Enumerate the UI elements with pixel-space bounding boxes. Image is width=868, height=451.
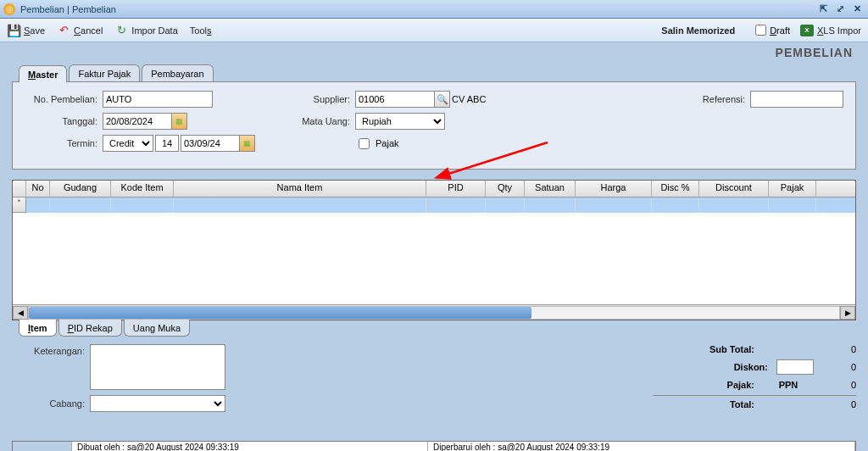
label-pajak-total: Pajak: bbox=[687, 380, 763, 390]
pajak-checkbox[interactable] bbox=[359, 138, 370, 149]
label-termin: Termin: bbox=[25, 138, 103, 148]
cabang-select[interactable] bbox=[90, 395, 225, 412]
top-tabstrip: Master Faktur Pajak Pembayaran bbox=[19, 64, 856, 81]
col-harga[interactable]: Harga bbox=[576, 181, 652, 197]
grid-hscrollbar[interactable]: ◀ ▶ bbox=[13, 304, 855, 320]
label-tanggal: Tanggal: bbox=[25, 116, 103, 126]
status-bar: Dibuat oleh : sa@20 August 2024 09:33:19… bbox=[12, 441, 856, 451]
label-referensi: Referensi: bbox=[691, 94, 750, 104]
label-total: Total: bbox=[687, 399, 763, 409]
col-pajak[interactable]: Pajak bbox=[769, 181, 816, 197]
page-title: PEMBELIAN bbox=[0, 42, 868, 64]
value-diskon: 0 bbox=[814, 362, 856, 372]
master-panel: No. Pembelian: Supplier: 🔍 CV ABC Refere… bbox=[12, 81, 856, 170]
scroll-right-button[interactable]: ▶ bbox=[840, 306, 855, 320]
label-diskon: Diskon: bbox=[700, 362, 776, 372]
xls-icon: X bbox=[800, 25, 814, 36]
col-disc-pct[interactable]: Disc % bbox=[652, 181, 699, 197]
close-icon[interactable]: ✕ bbox=[849, 3, 865, 16]
xls-import-button[interactable]: X XLS Impor bbox=[800, 25, 861, 36]
tab-pembayaran[interactable]: Pembayaran bbox=[142, 64, 213, 81]
import-data-button[interactable]: ↻ Impor Data bbox=[114, 24, 177, 37]
scroll-left-button[interactable]: ◀ bbox=[13, 306, 28, 320]
draft-label: Draft bbox=[770, 25, 790, 36]
tanggal-picker-button[interactable]: ▦ bbox=[172, 113, 187, 130]
save-button[interactable]: 💾 Save bbox=[7, 24, 45, 37]
totals-panel: Sub Total: 0 Diskon: 0 Pajak: PPN 0 Tota… bbox=[636, 344, 856, 417]
window-titlebar: ◎ Pembelian | Pembelian ⇱ ⤢ ✕ bbox=[0, 0, 868, 19]
toolbar: 💾 Save ↶ Cancel ↻ Impor Data Tools Salin… bbox=[0, 19, 868, 42]
col-nama-item[interactable]: Nama Item bbox=[174, 181, 426, 197]
label-subtotal: Sub Total: bbox=[687, 344, 763, 354]
items-grid[interactable]: No Gudang Kode Item Nama Item PID Qty Sa… bbox=[12, 180, 856, 320]
label-keterangan: Keterangan: bbox=[12, 344, 90, 356]
save-icon: 💾 bbox=[7, 24, 20, 37]
detach-icon[interactable]: ⇱ bbox=[815, 3, 831, 16]
diskon-pct-input[interactable] bbox=[776, 359, 814, 375]
tanggal-input[interactable] bbox=[103, 113, 172, 130]
draft-checkbox[interactable] bbox=[755, 25, 766, 36]
calendar-icon: ▦ bbox=[175, 117, 183, 125]
label-pajak-check: Pajak bbox=[376, 138, 399, 148]
scroll-thumb[interactable] bbox=[29, 307, 531, 319]
termin-due-picker-button[interactable]: ▦ bbox=[240, 135, 255, 152]
refresh-icon: ↻ bbox=[114, 24, 128, 37]
label-cabang: Cabang: bbox=[12, 398, 90, 409]
col-no[interactable]: No bbox=[26, 181, 50, 197]
tab-pid-rekap[interactable]: PID Rekap bbox=[58, 320, 122, 337]
window-title: Pembelian | Pembelian bbox=[20, 4, 814, 14]
supplier-lookup-button[interactable]: 🔍 bbox=[435, 91, 450, 108]
tab-master[interactable]: Master bbox=[19, 65, 67, 82]
value-subtotal: 0 bbox=[814, 344, 856, 354]
supplier-code-input[interactable] bbox=[355, 91, 435, 108]
keterangan-textarea[interactable] bbox=[90, 344, 225, 390]
salin-memorized-button[interactable]: Salin Memorized bbox=[661, 25, 735, 36]
grid-new-row[interactable]: * bbox=[13, 198, 855, 213]
bottom-tabstrip: Item PID Rekap Uang Muka bbox=[19, 320, 856, 337]
termin-due-input[interactable] bbox=[181, 135, 240, 152]
search-icon: 🔍 bbox=[437, 94, 448, 105]
no-pembelian-input[interactable] bbox=[103, 91, 213, 108]
label-supplier: Supplier: bbox=[287, 94, 355, 104]
tab-item[interactable]: Item bbox=[19, 320, 57, 337]
cancel-button[interactable]: ↶ Cancel bbox=[57, 24, 103, 37]
tools-menu[interactable]: Tools bbox=[190, 25, 212, 36]
value-pajak: 0 bbox=[814, 380, 856, 390]
status-updated: Diperbarui oleh : sa@20 August 2024 09:3… bbox=[428, 442, 855, 451]
col-pid[interactable]: PID bbox=[426, 181, 486, 197]
calendar-icon: ▦ bbox=[243, 139, 251, 148]
col-qty[interactable]: Qty bbox=[486, 181, 525, 197]
mata-uang-select[interactable]: Rupiah bbox=[355, 113, 445, 130]
maximize-icon[interactable]: ⤢ bbox=[832, 3, 848, 16]
tab-faktur-pajak[interactable]: Faktur Pajak bbox=[69, 64, 140, 81]
value-total: 0 bbox=[814, 399, 856, 409]
label-no-pembelian: No. Pembelian: bbox=[25, 94, 103, 104]
cancel-icon: ↶ bbox=[57, 24, 70, 37]
col-kode-item[interactable]: Kode Item bbox=[111, 181, 174, 197]
label-mata-uang: Mata Uang: bbox=[287, 116, 355, 126]
supplier-name: CV ABC bbox=[452, 94, 486, 104]
referensi-input[interactable] bbox=[750, 91, 843, 108]
col-satuan[interactable]: Satuan bbox=[525, 181, 576, 197]
grid-header: No Gudang Kode Item Nama Item PID Qty Sa… bbox=[13, 181, 855, 198]
col-gudang[interactable]: Gudang bbox=[50, 181, 111, 197]
termin-days-input[interactable] bbox=[155, 135, 179, 152]
tab-uang-muka[interactable]: Uang Muka bbox=[124, 320, 190, 337]
app-icon: ◎ bbox=[3, 3, 15, 15]
col-discount[interactable]: Discount bbox=[699, 181, 769, 197]
pajak-name: PPN bbox=[763, 380, 814, 390]
termin-type-select[interactable]: Credit bbox=[103, 135, 153, 152]
status-created: Dibuat oleh : sa@20 August 2024 09:33:19 bbox=[72, 442, 428, 451]
